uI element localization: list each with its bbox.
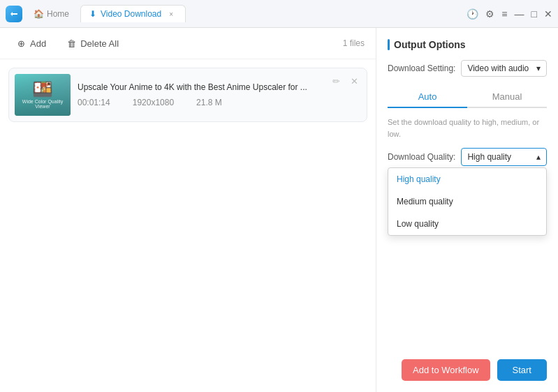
- file-info: Upscale Your Anime to 4K with the Best A…: [78, 82, 361, 107]
- tab-auto[interactable]: Auto: [388, 86, 467, 107]
- file-resolution: 1920x1080: [133, 98, 174, 107]
- add-to-workflow-button[interactable]: Add to Workflow: [402, 359, 490, 381]
- hint-text: Set the download quality to high, medium…: [388, 116, 547, 140]
- download-setting-value: Video with audio: [467, 63, 529, 73]
- video-download-tab[interactable]: ⬇ Video Download ×: [80, 5, 186, 22]
- quality-select[interactable]: High quality ▴: [461, 148, 547, 166]
- tab-manual[interactable]: Manual: [467, 86, 547, 107]
- quality-dropdown: High quality Medium quality Low quality: [388, 167, 547, 236]
- file-actions: ✏ ✕: [329, 74, 361, 88]
- chevron-up-icon: ▴: [536, 152, 541, 162]
- files-count: 1 files: [343, 38, 365, 48]
- file-size: 21.8 M: [196, 98, 222, 107]
- tab-close-button[interactable]: ×: [166, 8, 177, 20]
- thumb-emoji: 🍱: [32, 81, 53, 98]
- download-setting-select[interactable]: Video with audio ▾: [461, 60, 547, 77]
- history-icon[interactable]: 🕐: [467, 8, 478, 20]
- quality-option-low[interactable]: Low quality: [388, 213, 546, 235]
- chevron-down-icon: ▾: [536, 63, 541, 73]
- quality-option-medium[interactable]: Medium quality: [388, 190, 546, 213]
- add-label: Add: [30, 38, 46, 49]
- maximize-button[interactable]: □: [531, 8, 537, 20]
- output-options-title: Output Options: [388, 39, 547, 50]
- home-tab-label: Home: [47, 9, 69, 19]
- edit-button[interactable]: ✏: [329, 74, 343, 88]
- file-list: 🍱 Wide Color Quality Viewer Upscale Your…: [0, 59, 376, 392]
- menu-icon[interactable]: ≡: [501, 8, 507, 20]
- settings-icon[interactable]: ⚙: [485, 8, 494, 20]
- file-meta: 00:01:14 1920x1080 21.8 M: [78, 98, 361, 107]
- home-icon: 🏠: [34, 9, 44, 19]
- download-icon: ⬇: [89, 9, 96, 19]
- add-button[interactable]: ⊕ Add: [11, 35, 50, 52]
- add-icon: ⊕: [15, 38, 27, 49]
- left-panel: ⊕ Add 🗑 Delete All 1 files 🍱 Wide Color …: [0, 28, 376, 392]
- title-bar-right: 🕐 ⚙ ≡ — □ ✕: [467, 8, 552, 20]
- remove-button[interactable]: ✕: [347, 74, 361, 88]
- download-setting-label: Download Setting:: [388, 63, 455, 73]
- file-item: 🍱 Wide Color Quality Viewer Upscale Your…: [8, 68, 367, 122]
- main-layout: ⊕ Add 🗑 Delete All 1 files 🍱 Wide Color …: [0, 28, 558, 392]
- quality-row: Download Quality: High quality ▴ High qu…: [388, 148, 547, 166]
- file-title: Upscale Your Anime to 4K with the Best A…: [78, 82, 361, 92]
- title-bar: 🏠 Home ⬇ Video Download × 🕐 ⚙ ≡ — □ ✕: [0, 0, 558, 28]
- bottom-bar: Add to Workflow Start: [388, 359, 547, 381]
- home-tab[interactable]: 🏠 Home: [25, 6, 78, 22]
- file-thumbnail: 🍱 Wide Color Quality Viewer: [15, 74, 71, 116]
- title-bar-left: 🏠 Home ⬇ Video Download ×: [6, 5, 467, 22]
- quality-tabs: Auto Manual: [388, 86, 547, 108]
- app-icon: [6, 6, 22, 22]
- toolbar: ⊕ Add 🗑 Delete All 1 files: [0, 28, 376, 59]
- minimize-button[interactable]: —: [515, 8, 524, 20]
- download-setting-row: Download Setting: Video with audio ▾: [388, 60, 547, 77]
- delete-label: Delete All: [80, 38, 119, 49]
- start-button[interactable]: Start: [497, 359, 547, 381]
- file-duration: 00:01:14: [78, 98, 110, 107]
- quality-value: High quality: [467, 152, 511, 162]
- close-button[interactable]: ✕: [544, 8, 552, 20]
- active-tab-label: Video Download: [101, 9, 161, 19]
- quality-label: Download Quality:: [388, 152, 455, 162]
- right-panel: Output Options Download Setting: Video w…: [376, 28, 558, 392]
- quality-option-high[interactable]: High quality: [388, 168, 546, 190]
- delete-all-button[interactable]: 🗑 Delete All: [61, 35, 123, 52]
- trash-icon: 🗑: [66, 38, 77, 49]
